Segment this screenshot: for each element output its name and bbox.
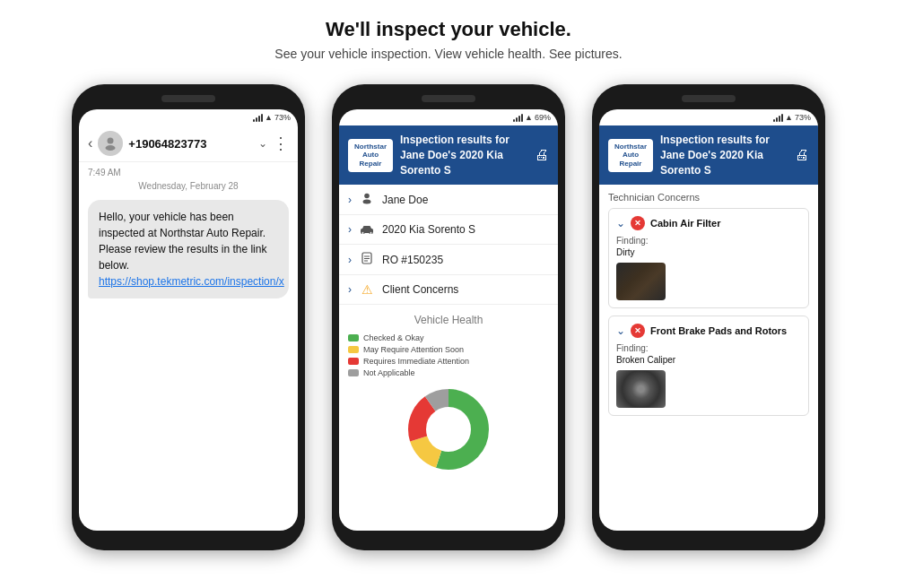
logo3-line2: Auto (623, 151, 639, 160)
insp-row-concerns[interactable]: › ⚠ Client Concerns (339, 275, 558, 305)
concern-finding-label-1: Finding: (616, 236, 801, 246)
vehicle-health-title: Vehicle Health (348, 314, 549, 326)
concern-card-1: ⌄ ✕ Cabin Air Filter Finding: Dirty (608, 208, 809, 308)
insp2-title: Inspection results for Jane Doe's 2020 K… (400, 133, 527, 177)
health-legend: Checked & Okay May Require Attention Soo… (348, 333, 549, 377)
concern-finding-value-2: Broken Caliper (616, 355, 801, 365)
battery-label: 73% (274, 113, 291, 122)
contact-dropdown-icon[interactable]: ⌄ (258, 137, 267, 150)
concern-title-1: Cabin Air Filter (650, 218, 720, 229)
phone-notch-1 (161, 95, 215, 102)
legend-immediate-attention: Requires Immediate Attention (348, 357, 549, 366)
phone-screen-inspection: ▲ 69% Northstar Auto Repair Inspection r… (339, 109, 558, 531)
logo-line3: Repair (360, 160, 382, 169)
sms-status-bar: ▲ 73% (79, 109, 298, 125)
phone-screen-sms: ▲ 73% ‹ +19064823773 ⌄ ⋮ 7:49 AM Wednesd… (79, 109, 298, 531)
concern-card-2: ⌄ ✕ Front Brake Pads and Rotors Finding:… (608, 316, 809, 416)
row-label-concerns: Client Concerns (382, 283, 549, 296)
svg-point-0 (108, 138, 114, 144)
sms-header: ‹ +19064823773 ⌄ ⋮ (79, 125, 298, 162)
row-label-person: Jane Doe (382, 194, 549, 206)
arrow-icon-1: › (348, 194, 352, 206)
phone-screen-concerns: ▲ 73% Northstar Auto Repair Inspection r… (599, 109, 818, 531)
page-header: We'll inspect your vehicle. See your veh… (274, 18, 622, 61)
more-options-icon[interactable]: ⋮ (273, 134, 289, 153)
car-icon (359, 222, 375, 237)
print-icon-3[interactable]: 🖨 (795, 147, 809, 163)
svg-point-2 (364, 194, 370, 199)
signal-icon-3 (773, 113, 783, 122)
concern-x-icon-2: ✕ (631, 324, 645, 338)
insp-row-person[interactable]: › Jane Doe (339, 185, 558, 215)
legend-dot-red (348, 358, 359, 365)
legend-dot-yellow (348, 346, 359, 353)
wifi-icon: ▲ (265, 113, 273, 122)
phone-concerns: ▲ 73% Northstar Auto Repair Inspection r… (592, 84, 825, 550)
wifi-icon-3: ▲ (785, 113, 793, 122)
svg-point-6 (370, 232, 372, 235)
legend-dot-green (348, 334, 359, 342)
page-title: We'll inspect your vehicle. (274, 18, 622, 41)
signal-icon-2 (513, 113, 523, 122)
phone-notch-3 (682, 95, 736, 102)
donut-chart-container (348, 385, 549, 474)
sms-message-bubble: Hello, your vehicle has been inspected a… (88, 200, 289, 298)
svg-point-1 (106, 145, 116, 151)
person-icon (359, 192, 375, 207)
insp-row-car[interactable]: › 2020 Kia Sorento S (339, 215, 558, 245)
logo-line2: Auto (362, 151, 379, 160)
legend-not-applicable: Not Applicable (348, 368, 549, 377)
phone-notch-2 (422, 95, 475, 102)
wifi-icon-2: ▲ (525, 113, 533, 122)
insp3-status-bar: ▲ 73% (599, 109, 818, 125)
insp3-status-icons: ▲ 73% (773, 113, 811, 122)
sms-timestamp: 7:49 AM (79, 162, 298, 179)
logo3-line3: Repair (620, 160, 642, 169)
arrow-icon-3: › (348, 254, 352, 266)
contact-avatar (98, 131, 123, 156)
legend-dot-gray (348, 369, 359, 376)
concern-header-1: ⌄ ✕ Cabin Air Filter (616, 216, 801, 230)
insp-row-document[interactable]: › RO #150235 (339, 245, 558, 275)
row-label-ro: RO #150235 (382, 254, 549, 266)
logo-line1: Northstar (354, 143, 387, 151)
concern-finding-label-2: Finding: (616, 343, 801, 353)
concern-title-2: Front Brake Pads and Rotors (650, 325, 787, 336)
brake-rotor-image (616, 370, 666, 408)
donut-hole (429, 410, 468, 449)
northstar-logo-3: Northstar Auto Repair (608, 139, 653, 172)
insp2-status-bar: ▲ 69% (339, 109, 558, 125)
back-button[interactable]: ‹ (88, 135, 92, 151)
concern-chevron-1[interactable]: ⌄ (616, 217, 625, 229)
legend-label-red: Requires Immediate Attention (363, 357, 469, 366)
warning-icon: ⚠ (359, 282, 375, 297)
signal-icon (253, 113, 263, 122)
print-icon-2[interactable]: 🖨 (535, 147, 549, 163)
row-label-car: 2020 Kia Sorento S (382, 223, 549, 236)
insp2-header: Northstar Auto Repair Inspection results… (339, 125, 558, 185)
sms-link[interactable]: https://shop.tekmetric.com/inspection/x (99, 275, 284, 288)
concern-chevron-2[interactable]: ⌄ (616, 324, 625, 337)
phone-sms: ▲ 73% ‹ +19064823773 ⌄ ⋮ 7:49 AM Wednesd… (72, 84, 305, 550)
arrow-icon-2: › (348, 223, 352, 236)
page-subtitle: See your vehicle inspection. View vehicl… (274, 47, 622, 61)
concern-image-2 (616, 370, 666, 408)
legend-attention-soon: May Require Attention Soon (348, 345, 549, 354)
donut-chart (395, 385, 502, 474)
svg-point-5 (361, 232, 364, 235)
concern-x-icon-1: ✕ (631, 216, 645, 230)
document-icon (359, 252, 375, 267)
insp3-header: Northstar Auto Repair Inspection results… (599, 125, 818, 185)
insp2-status-icons: ▲ 69% (513, 113, 551, 122)
concerns-section: Technician Concerns ⌄ ✕ Cabin Air Filter… (599, 185, 818, 416)
legend-label-yellow: May Require Attention Soon (363, 345, 464, 354)
concern-image-1 (616, 263, 666, 300)
logo3-line1: Northstar (614, 143, 647, 151)
svg-point-3 (363, 200, 371, 204)
battery-label-3: 73% (795, 113, 811, 122)
northstar-logo: Northstar Auto Repair (348, 139, 393, 172)
vehicle-health-section: Vehicle Health Checked & Okay May Requir… (339, 305, 558, 483)
concern-finding-value-1: Dirty (616, 247, 801, 257)
insp3-title: Inspection results for Jane Doe's 2020 K… (660, 133, 788, 177)
legend-label-gray: Not Applicable (363, 368, 415, 377)
